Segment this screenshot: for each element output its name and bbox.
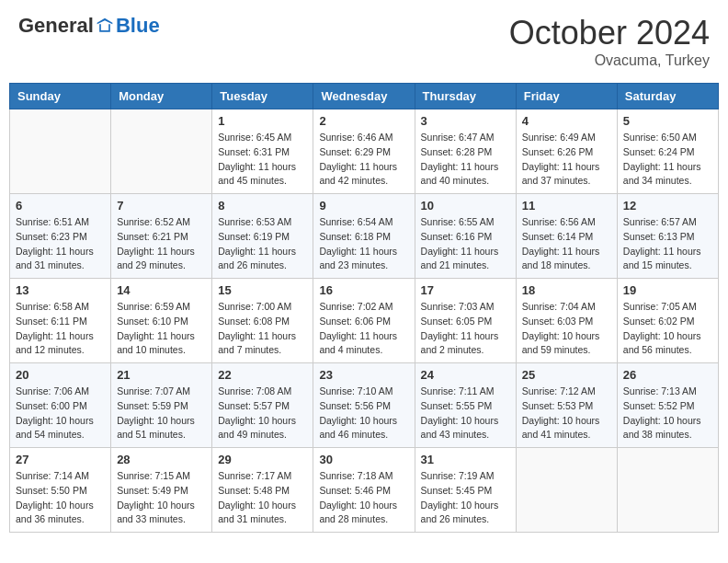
- day-number: 16: [319, 283, 408, 297]
- day-number: 20: [16, 368, 105, 382]
- day-info: Sunrise: 6:47 AMSunset: 6:28 PMDaylight:…: [421, 131, 510, 189]
- page-header: General Blue October 2024 Ovacuma, Turke…: [9, 9, 719, 74]
- day-info: Sunrise: 7:05 AMSunset: 6:02 PMDaylight:…: [623, 300, 712, 358]
- calendar-cell: 27Sunrise: 7:14 AMSunset: 5:50 PMDayligh…: [10, 448, 111, 533]
- day-info: Sunrise: 7:00 AMSunset: 6:08 PMDaylight:…: [218, 300, 307, 358]
- calendar-cell: 18Sunrise: 7:04 AMSunset: 6:03 PMDayligh…: [516, 279, 617, 363]
- day-info: Sunrise: 7:02 AMSunset: 6:06 PMDaylight:…: [319, 300, 408, 358]
- calendar-cell: [111, 109, 212, 194]
- calendar-week-row: 13Sunrise: 6:58 AMSunset: 6:11 PMDayligh…: [10, 279, 719, 363]
- calendar-cell: 15Sunrise: 7:00 AMSunset: 6:08 PMDayligh…: [212, 279, 313, 363]
- calendar-cell: 4Sunrise: 6:49 AMSunset: 6:26 PMDaylight…: [516, 109, 617, 194]
- day-number: 19: [623, 283, 712, 297]
- calendar-cell: 29Sunrise: 7:17 AMSunset: 5:48 PMDayligh…: [212, 448, 313, 533]
- day-info: Sunrise: 7:13 AMSunset: 5:52 PMDaylight:…: [623, 385, 712, 442]
- calendar-cell: 6Sunrise: 6:51 AMSunset: 6:23 PMDaylight…: [10, 194, 111, 279]
- calendar-cell: 23Sunrise: 7:10 AMSunset: 5:56 PMDayligh…: [313, 363, 415, 448]
- day-number: 29: [218, 453, 307, 466]
- day-info: Sunrise: 6:45 AMSunset: 6:31 PMDaylight:…: [218, 131, 307, 189]
- day-number: 13: [16, 283, 105, 297]
- day-number: 11: [522, 199, 611, 213]
- calendar-cell: 9Sunrise: 6:54 AMSunset: 6:18 PMDaylight…: [313, 194, 415, 279]
- calendar-cell: 26Sunrise: 7:13 AMSunset: 5:52 PMDayligh…: [617, 363, 718, 448]
- day-number: 5: [623, 114, 712, 128]
- calendar-cell: [516, 448, 617, 533]
- weekday-header-row: SundayMondayTuesdayWednesdayThursdayFrid…: [10, 84, 719, 109]
- weekday-header-wednesday: Wednesday: [313, 84, 415, 109]
- weekday-header-sunday: Sunday: [10, 84, 111, 109]
- day-info: Sunrise: 6:54 AMSunset: 6:18 PMDaylight:…: [319, 215, 408, 273]
- day-info: Sunrise: 7:15 AMSunset: 5:49 PMDaylight:…: [117, 469, 206, 527]
- day-number: 7: [117, 199, 206, 213]
- day-number: 17: [421, 283, 510, 297]
- day-info: Sunrise: 6:46 AMSunset: 6:29 PMDaylight:…: [319, 131, 408, 189]
- day-number: 12: [623, 199, 712, 213]
- day-info: Sunrise: 6:51 AMSunset: 6:23 PMDaylight:…: [16, 215, 105, 273]
- calendar-week-row: 1Sunrise: 6:45 AMSunset: 6:31 PMDaylight…: [10, 109, 719, 194]
- calendar-cell: 7Sunrise: 6:52 AMSunset: 6:21 PMDaylight…: [111, 194, 212, 279]
- calendar-cell: 19Sunrise: 7:05 AMSunset: 6:02 PMDayligh…: [617, 279, 718, 363]
- day-number: 9: [319, 199, 408, 213]
- calendar-cell: 24Sunrise: 7:11 AMSunset: 5:55 PMDayligh…: [415, 363, 516, 448]
- calendar-cell: 25Sunrise: 7:12 AMSunset: 5:53 PMDayligh…: [516, 363, 617, 448]
- day-info: Sunrise: 7:14 AMSunset: 5:50 PMDaylight:…: [16, 469, 105, 527]
- day-info: Sunrise: 7:11 AMSunset: 5:55 PMDaylight:…: [421, 385, 510, 442]
- calendar-cell: 14Sunrise: 6:59 AMSunset: 6:10 PMDayligh…: [111, 279, 212, 363]
- logo-general-text: General: [18, 14, 94, 38]
- day-number: 28: [117, 453, 206, 466]
- calendar-cell: 10Sunrise: 6:55 AMSunset: 6:16 PMDayligh…: [415, 194, 516, 279]
- calendar-cell: 13Sunrise: 6:58 AMSunset: 6:11 PMDayligh…: [10, 279, 111, 363]
- day-number: 26: [623, 368, 712, 382]
- day-info: Sunrise: 6:49 AMSunset: 6:26 PMDaylight:…: [522, 131, 611, 189]
- calendar-cell: [10, 109, 111, 194]
- day-info: Sunrise: 7:17 AMSunset: 5:48 PMDaylight:…: [218, 469, 307, 527]
- calendar-cell: 11Sunrise: 6:56 AMSunset: 6:14 PMDayligh…: [516, 194, 617, 279]
- calendar-cell: 16Sunrise: 7:02 AMSunset: 6:06 PMDayligh…: [313, 279, 415, 363]
- day-number: 18: [522, 283, 611, 297]
- day-number: 24: [421, 368, 510, 382]
- location-heading: Ovacuma, Turkey: [509, 52, 710, 69]
- day-number: 22: [218, 368, 307, 382]
- weekday-header-friday: Friday: [516, 84, 617, 109]
- day-number: 10: [421, 199, 510, 213]
- day-number: 21: [117, 368, 206, 382]
- day-info: Sunrise: 6:53 AMSunset: 6:19 PMDaylight:…: [218, 215, 307, 273]
- calendar-cell: 31Sunrise: 7:19 AMSunset: 5:45 PMDayligh…: [415, 448, 516, 533]
- calendar-cell: 12Sunrise: 6:57 AMSunset: 6:13 PMDayligh…: [617, 194, 718, 279]
- day-number: 4: [522, 114, 611, 128]
- weekday-header-monday: Monday: [111, 84, 212, 109]
- day-info: Sunrise: 7:19 AMSunset: 5:45 PMDaylight:…: [421, 469, 510, 527]
- weekday-header-tuesday: Tuesday: [212, 84, 313, 109]
- calendar-cell: 28Sunrise: 7:15 AMSunset: 5:49 PMDayligh…: [111, 448, 212, 533]
- day-number: 3: [421, 114, 510, 128]
- day-number: 27: [16, 453, 105, 466]
- day-number: 1: [218, 114, 307, 128]
- calendar-cell: 22Sunrise: 7:08 AMSunset: 5:57 PMDayligh…: [212, 363, 313, 448]
- logo-blue-text: Blue: [116, 14, 160, 38]
- weekday-header-thursday: Thursday: [415, 84, 516, 109]
- calendar-cell: 20Sunrise: 7:06 AMSunset: 6:00 PMDayligh…: [10, 363, 111, 448]
- day-info: Sunrise: 6:59 AMSunset: 6:10 PMDaylight:…: [117, 300, 206, 358]
- calendar-cell: 2Sunrise: 6:46 AMSunset: 6:29 PMDaylight…: [313, 109, 415, 194]
- calendar-cell: 30Sunrise: 7:18 AMSunset: 5:46 PMDayligh…: [313, 448, 415, 533]
- month-year-heading: October 2024: [509, 14, 710, 52]
- day-number: 31: [421, 453, 510, 466]
- day-info: Sunrise: 7:04 AMSunset: 6:03 PMDaylight:…: [522, 300, 611, 358]
- day-info: Sunrise: 7:10 AMSunset: 5:56 PMDaylight:…: [319, 385, 408, 442]
- calendar-cell: 17Sunrise: 7:03 AMSunset: 6:05 PMDayligh…: [415, 279, 516, 363]
- day-number: 15: [218, 283, 307, 297]
- logo-icon: [96, 17, 114, 35]
- calendar-cell: 1Sunrise: 6:45 AMSunset: 6:31 PMDaylight…: [212, 109, 313, 194]
- day-info: Sunrise: 7:07 AMSunset: 5:59 PMDaylight:…: [117, 385, 206, 442]
- day-info: Sunrise: 7:08 AMSunset: 5:57 PMDaylight:…: [218, 385, 307, 442]
- day-number: 8: [218, 199, 307, 213]
- day-info: Sunrise: 7:03 AMSunset: 6:05 PMDaylight:…: [421, 300, 510, 358]
- calendar-week-row: 27Sunrise: 7:14 AMSunset: 5:50 PMDayligh…: [10, 448, 719, 533]
- calendar-table: SundayMondayTuesdayWednesdayThursdayFrid…: [9, 83, 719, 533]
- day-number: 25: [522, 368, 611, 382]
- day-info: Sunrise: 7:18 AMSunset: 5:46 PMDaylight:…: [319, 469, 408, 527]
- day-info: Sunrise: 7:06 AMSunset: 6:00 PMDaylight:…: [16, 385, 105, 442]
- day-info: Sunrise: 6:50 AMSunset: 6:24 PMDaylight:…: [623, 131, 712, 189]
- day-info: Sunrise: 7:12 AMSunset: 5:53 PMDaylight:…: [522, 385, 611, 442]
- day-number: 14: [117, 283, 206, 297]
